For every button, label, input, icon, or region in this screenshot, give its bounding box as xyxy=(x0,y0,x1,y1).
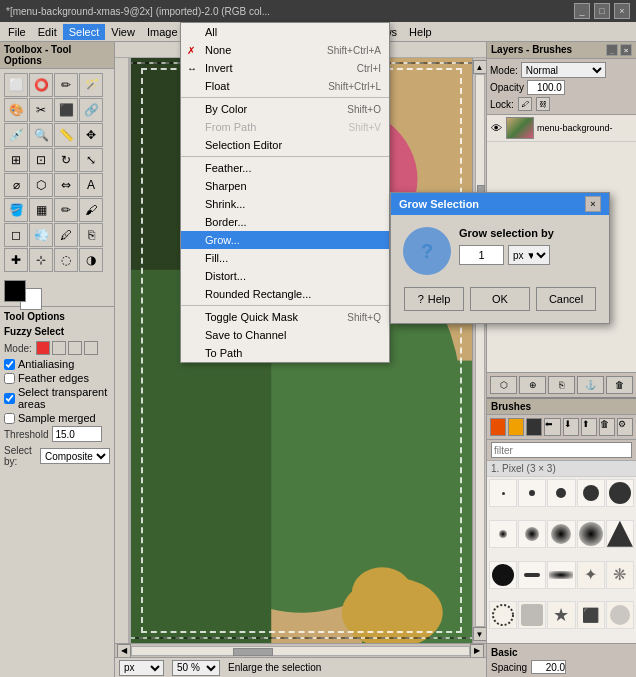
layer-visibility-icon[interactable]: 👁 xyxy=(491,122,503,134)
tool-align[interactable]: ⊞ xyxy=(4,148,28,172)
tool-airbrush[interactable]: 💨 xyxy=(29,223,53,247)
minimize-button[interactable]: _ xyxy=(574,3,590,19)
grow-dialog-close-button[interactable]: × xyxy=(585,196,601,212)
menu-item-by-color[interactable]: By Color Shift+O xyxy=(181,100,389,118)
mode-subtract[interactable] xyxy=(68,341,82,355)
new-layer-from-visible-btn[interactable]: ⊕ xyxy=(519,376,546,394)
tool-foreground-select[interactable]: ⬛ xyxy=(54,98,78,122)
menu-item-toggle-quick-mask[interactable]: Toggle Quick Mask Shift+Q xyxy=(181,308,389,326)
grow-ok-button[interactable]: OK xyxy=(470,287,530,311)
menu-item-grow[interactable]: Grow... xyxy=(181,231,389,249)
menu-item-save-to-channel[interactable]: Save to Channel xyxy=(181,326,389,344)
tool-scissors[interactable]: ✂ xyxy=(29,98,53,122)
anchor-layer-btn[interactable]: ⚓ xyxy=(577,376,604,394)
menu-item-to-path[interactable]: To Path xyxy=(181,344,389,362)
grow-unit-select[interactable]: px ▼ mm % xyxy=(508,245,550,265)
brush-color-1[interactable] xyxy=(490,418,506,436)
opacity-input[interactable] xyxy=(527,80,565,95)
select-transparent-checkbox[interactable] xyxy=(4,393,15,404)
tool-select-by-color[interactable]: 🎨 xyxy=(4,98,28,122)
layer-item[interactable]: 👁 menu-background- xyxy=(487,115,636,142)
tool-fuzzy-select[interactable]: 🪄 xyxy=(79,73,103,97)
sample-merged-checkbox[interactable] xyxy=(4,413,15,424)
menu-item-invert[interactable]: ↔ Invert Ctrl+I xyxy=(181,59,389,77)
selectby-select[interactable]: Composite Red Green Blue xyxy=(40,448,110,464)
tool-rect-select[interactable]: ⬜ xyxy=(4,73,28,97)
tool-eraser[interactable]: ◻ xyxy=(4,223,28,247)
brush-tool-1[interactable]: ⬅ xyxy=(544,418,560,436)
threshold-input[interactable] xyxy=(52,426,102,442)
brush-item-8[interactable] xyxy=(547,520,575,548)
mode-add[interactable] xyxy=(52,341,66,355)
spacing-input[interactable] xyxy=(531,660,566,674)
mode-select[interactable]: Normal Multiply Screen xyxy=(521,62,606,78)
h-scroll-thumb[interactable] xyxy=(233,648,273,656)
brush-item-11[interactable] xyxy=(489,561,517,589)
tool-blur[interactable]: ◌ xyxy=(54,248,78,272)
vertical-scrollbar[interactable]: ▲ ▼ xyxy=(472,58,486,643)
menu-item-all[interactable]: All xyxy=(181,23,389,41)
scroll-left-button[interactable]: ◀ xyxy=(117,644,131,658)
menu-item-none[interactable]: ✗ None Shift+Ctrl+A xyxy=(181,41,389,59)
tool-scale[interactable]: ⤡ xyxy=(79,148,103,172)
lock-position-btn[interactable]: ⛓ xyxy=(536,97,550,111)
tool-move[interactable]: ✥ xyxy=(79,123,103,147)
brush-item-13[interactable] xyxy=(547,561,575,589)
menu-select[interactable]: Select xyxy=(63,24,106,40)
tool-flip[interactable]: ⇔ xyxy=(54,173,78,197)
brush-item-2[interactable] xyxy=(518,479,546,507)
scroll-up-button[interactable]: ▲ xyxy=(473,60,487,74)
brush-item-15[interactable]: ❋ xyxy=(606,561,634,589)
tool-color-picker[interactable]: 💉 xyxy=(4,123,28,147)
tool-zoom[interactable]: 🔍 xyxy=(29,123,53,147)
tool-crop[interactable]: ⊡ xyxy=(29,148,53,172)
menu-file[interactable]: File xyxy=(2,24,32,40)
horizontal-scrollbar[interactable]: ◀ ▶ xyxy=(115,643,486,657)
brush-item-14[interactable]: ✦ xyxy=(577,561,605,589)
mode-intersect[interactable] xyxy=(84,341,98,355)
brush-item-10[interactable] xyxy=(606,520,634,548)
brush-item-1[interactable] xyxy=(489,479,517,507)
h-scroll-track[interactable] xyxy=(131,646,470,656)
grow-help-button[interactable]: ? Help xyxy=(404,287,464,311)
duplicate-layer-btn[interactable]: ⎘ xyxy=(548,376,575,394)
brush-item-17[interactable] xyxy=(518,601,546,629)
menu-item-distort[interactable]: Distort... xyxy=(181,267,389,285)
menu-item-selection-editor[interactable]: Selection Editor xyxy=(181,136,389,154)
grow-value-input[interactable] xyxy=(459,245,504,265)
panel-close[interactable]: × xyxy=(620,44,632,56)
brush-item-18[interactable]: ★ xyxy=(547,601,575,629)
brush-tool-2[interactable]: ⬇ xyxy=(563,418,579,436)
brush-tool-4[interactable]: 🗑 xyxy=(599,418,615,436)
menu-item-border[interactable]: Border... xyxy=(181,213,389,231)
menu-edit[interactable]: Edit xyxy=(32,24,63,40)
new-channel-btn[interactable]: ⬡ xyxy=(490,376,517,394)
tool-free-select[interactable]: ✏ xyxy=(54,73,78,97)
brush-item-6[interactable] xyxy=(489,520,517,548)
tool-perspective[interactable]: ⬡ xyxy=(29,173,53,197)
scroll-down-button[interactable]: ▼ xyxy=(473,627,487,641)
tool-paths[interactable]: 🔗 xyxy=(79,98,103,122)
brush-item-16[interactable] xyxy=(489,601,517,629)
menu-item-rounded-rect[interactable]: Rounded Rectangle... xyxy=(181,285,389,303)
brush-item-7[interactable] xyxy=(518,520,546,548)
brush-tool-3[interactable]: ⬆ xyxy=(581,418,597,436)
tool-pencil[interactable]: ✏ xyxy=(54,198,78,222)
tool-clone[interactable]: ⎘ xyxy=(79,223,103,247)
foreground-color[interactable] xyxy=(4,280,26,302)
menu-item-fill[interactable]: Fill... xyxy=(181,249,389,267)
zoom-select[interactable]: px % xyxy=(119,660,164,676)
mode-replace[interactable] xyxy=(36,341,50,355)
brush-item-4[interactable] xyxy=(577,479,605,507)
tool-shear[interactable]: ⌀ xyxy=(4,173,28,197)
tool-ink[interactable]: 🖊 xyxy=(54,223,78,247)
brush-item-19[interactable]: ⬛ xyxy=(577,601,605,629)
tool-heal[interactable]: ✚ xyxy=(4,248,28,272)
menu-help[interactable]: Help xyxy=(403,24,438,40)
brush-item-12[interactable] xyxy=(518,561,546,589)
feather-edges-checkbox[interactable] xyxy=(4,373,15,384)
panel-minimize[interactable]: _ xyxy=(606,44,618,56)
brush-color-2[interactable] xyxy=(508,418,524,436)
tool-dodge[interactable]: ◑ xyxy=(79,248,103,272)
menu-item-feather[interactable]: Feather... xyxy=(181,159,389,177)
